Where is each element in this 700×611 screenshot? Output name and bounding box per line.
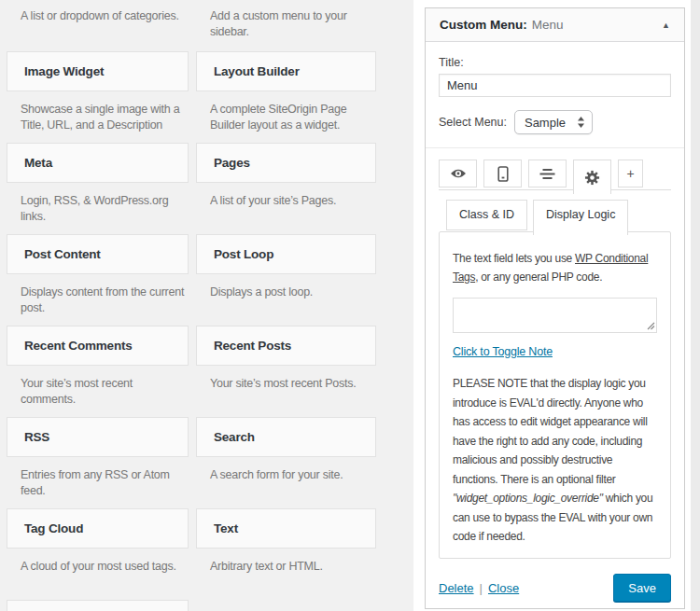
widget-form-body: Title: Select Menu: Sample [426, 42, 684, 602]
eye-icon [450, 167, 467, 180]
available-widgets-panel: A list or dropdown of categories. Image … [0, 0, 413, 611]
resize-handle-icon[interactable] [647, 322, 655, 330]
display-logic-panel: The text field lets you use WP Condition… [439, 231, 671, 559]
delete-link[interactable]: Delete [439, 581, 474, 595]
widget-box-recent-posts[interactable]: Recent Posts [196, 326, 376, 366]
menu-select[interactable]: Sample [514, 110, 593, 134]
widget-box-recent-comments[interactable]: Recent Comments [7, 326, 189, 366]
widget-description: Entries from any RSS or Atom feed. [7, 457, 189, 508]
tab-class-id[interactable]: Class & ID [446, 200, 527, 230]
widget-description: Displays content from the current post. [7, 274, 189, 326]
note-text: PLEASE NOTE that the display logic you i… [453, 377, 648, 486]
widget-box-tag-cloud[interactable]: Tag Cloud [7, 508, 189, 549]
widget-box-post-content[interactable]: Post Content [7, 234, 189, 274]
custom-menu-widget-form: Custom Menu: Menu ▲ Title: Select Menu: … [425, 7, 685, 609]
plus-icon: + [626, 166, 634, 181]
tab-add[interactable]: + [618, 160, 643, 187]
widget-box-post-loop[interactable]: Post Loop [196, 234, 376, 274]
menu-select-value: Sample [525, 116, 577, 130]
widget-form-title: Custom Menu: [440, 18, 527, 32]
title-input[interactable] [439, 74, 671, 97]
intro-text: The text field lets you use [453, 252, 575, 265]
tab-settings[interactable] [573, 160, 611, 194]
widgets-column-2: Add a custom menu to your sidebar. Layou… [196, 0, 376, 611]
display-logic-intro: The text field lets you use WP Condition… [453, 249, 657, 286]
select-menu-label: Select Menu: [439, 116, 507, 129]
widgets-screen: A list or dropdown of categories. Image … [0, 0, 700, 611]
widget-edit-panel: Custom Menu: Menu ▲ Title: Select Menu: … [413, 0, 691, 611]
widget-description: Login, RSS, & WordPress.org links. [7, 183, 189, 234]
widget-box-meta[interactable]: Meta [7, 143, 189, 183]
intro-text-end: , or any general PHP code. [475, 271, 602, 284]
widget-box-search[interactable]: Search [196, 417, 376, 457]
widget-form-header[interactable]: Custom Menu: Menu ▲ [426, 8, 684, 42]
logic-textarea[interactable] [453, 298, 657, 333]
widget-box-pages[interactable]: Pages [196, 143, 376, 183]
footer-separator: | [480, 581, 483, 595]
widget-description: Arbitrary text or HTML. [196, 549, 376, 600]
widget-form-subtitle: Menu [532, 18, 564, 32]
widget-box-image-widget[interactable]: Image Widget [7, 51, 189, 91]
select-menu-row: Select Menu: Sample [439, 110, 671, 134]
page-background-strip [691, 0, 700, 611]
widget-box-partial[interactable] [7, 600, 189, 611]
widget-description: A list or dropdown of categories. [7, 0, 189, 51]
close-link[interactable]: Close [488, 581, 519, 595]
collapse-icon[interactable]: ▲ [662, 21, 670, 30]
note-filter-name: "widget_options_logic_override" [453, 492, 603, 505]
widget-description: A cloud of your most used tags. [7, 549, 189, 600]
widget-description: Add a custom menu to your sidebar. [196, 0, 376, 51]
widget-description: Your site’s most recent Posts. [196, 366, 376, 417]
mobile-icon [497, 166, 509, 182]
align-center-icon [539, 168, 555, 180]
title-label: Title: [439, 56, 671, 69]
widget-box-layout-builder[interactable]: Layout Builder [196, 51, 376, 91]
widget-box-text[interactable]: Text [196, 508, 376, 549]
logic-textarea-wrap [453, 298, 657, 333]
widget-description: Your site’s most recent comments. [7, 366, 189, 417]
save-button[interactable]: Save [613, 574, 671, 602]
widget-form-footer: Delete | Close Save [439, 574, 671, 602]
widget-description: A search form for your site. [196, 457, 376, 508]
tab-mobile[interactable] [483, 160, 522, 187]
widget-description: A list of your site’s Pages. [196, 183, 376, 234]
form-divider [426, 147, 684, 148]
select-arrows-icon [577, 116, 585, 129]
settings-sub-tabs: Class & ID Display Logic [446, 200, 671, 231]
display-logic-note: PLEASE NOTE that the display logic you i… [453, 374, 657, 547]
gear-icon [584, 170, 600, 186]
widget-options-tabs: + [439, 160, 671, 190]
widget-description: Showcase a single image with a Title, UR… [7, 91, 189, 143]
toggle-note-link[interactable]: Click to Toggle Note [453, 345, 553, 358]
tab-visibility[interactable] [439, 160, 477, 187]
widget-description: Displays a post loop. [196, 274, 376, 326]
widget-description: A complete SiteOrigin Page Builder layou… [196, 91, 376, 143]
widgets-column-1: A list or dropdown of categories. Image … [7, 0, 189, 611]
tab-display-logic[interactable]: Display Logic [533, 200, 628, 235]
widget-box-rss[interactable]: RSS [7, 417, 189, 457]
tab-alignment[interactable] [528, 160, 567, 187]
